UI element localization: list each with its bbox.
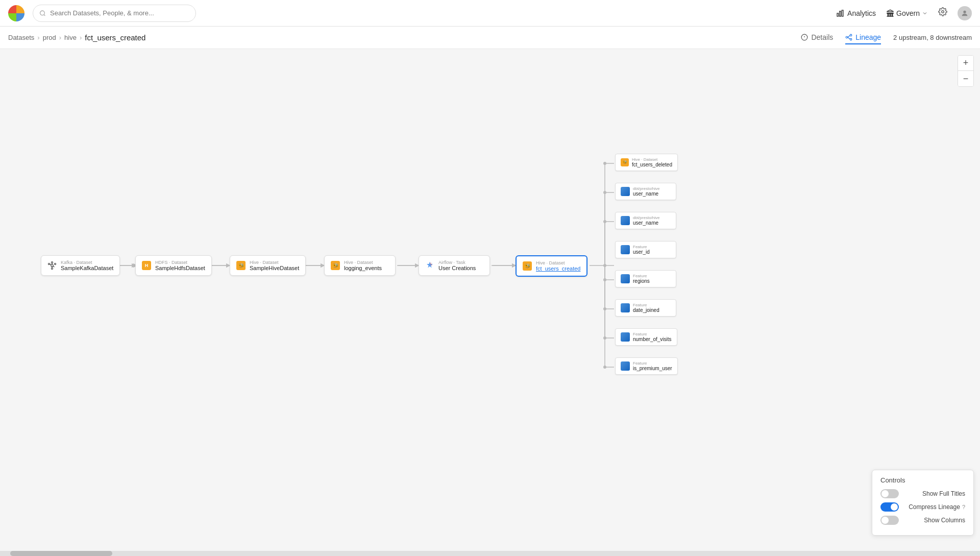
svg-rect-4 [842,10,843,16]
svg-point-38 [51,264,54,267]
svg-point-37 [603,366,606,369]
lineage-canvas: Kafka · Dataset SampleKafkaDataset H HDF… [0,49,980,546]
breadcrumb-hive[interactable]: hive [64,34,77,41]
sep2: › [59,34,61,41]
sep3: › [80,34,82,41]
analytics-link[interactable]: Analytics [836,9,876,17]
svg-point-30 [603,162,606,165]
controls-panel: Controls Show Full Titles Compress Linea… [872,470,974,536]
breadcrumb-current: fct_users_created [85,33,145,42]
svg-point-34 [603,278,606,281]
node-hive1[interactable]: 🐝 Hive · Dataset SampleHiveDataset [230,255,306,276]
svg-point-36 [603,336,606,340]
show-full-titles-toggle[interactable] [880,489,899,498]
airflow-icon [425,261,434,270]
svg-rect-2 [837,13,839,16]
hive2-icon: 🐝 [331,261,340,270]
breadcrumb-datasets[interactable]: Datasets [8,34,34,41]
compress-lineage-help-icon[interactable]: ? [962,504,965,510]
svg-point-40 [52,268,53,270]
header: Analytics Govern [0,0,980,27]
svg-line-19 [848,37,850,39]
compress-lineage-toggle[interactable] [880,502,899,512]
node-fct-users-created[interactable]: 🐝 Hive · Dataset fct_users_created [516,255,587,277]
breadcrumb: Datasets › prod › hive › fct_users_creat… [8,33,145,42]
svg-point-35 [603,307,606,310]
svg-point-17 [850,38,852,40]
ds2-icon [621,187,630,196]
settings-icon[interactable] [938,7,947,19]
chevron-down-icon [922,10,928,16]
svg-point-39 [52,262,53,263]
node-kafka[interactable]: Kafka · Dataset SampleKafkaDataset [41,255,120,276]
svg-point-33 [603,264,606,267]
svg-rect-8 [892,13,892,16]
show-columns-row: Show Columns [880,516,965,525]
govern-link[interactable]: Govern [886,9,928,17]
analytics-icon [836,9,844,17]
sep1: › [37,34,39,41]
upstream-info: 2 upstream, 8 downstream [893,34,972,41]
user-avatar[interactable] [958,6,972,20]
svg-line-18 [848,35,850,37]
ds7-icon [621,332,630,342]
downstream-node-fct-users-deleted[interactable]: 🐝 Hive · Dataset fct_users_deleted [615,154,678,171]
node-hdfs[interactable]: H HDFS · Dataset SampleHdfsDataset [135,255,212,276]
downstream-node-username2[interactable]: dbt/presto/hive user_name [615,212,676,229]
ds3-icon [621,216,630,225]
ds8-icon [621,361,630,371]
ds5-icon [621,274,630,283]
node-hive2[interactable]: 🐝 Hive · Dataset logging_events [324,255,396,276]
svg-line-46 [53,267,54,268]
svg-point-11 [963,10,966,13]
svg-line-1 [44,14,45,15]
svg-point-41 [48,263,50,265]
govern-icon [886,9,894,17]
svg-line-45 [50,264,51,265]
downstream-node-username1[interactable]: dbt/presto/hive user_name [615,183,676,200]
fct-icon: 🐝 [523,261,532,271]
logo [8,5,24,21]
downstream-node-ispremium[interactable]: Feature is_premium_user [615,357,678,375]
svg-point-10 [942,11,944,13]
ds6-icon [621,303,630,312]
show-full-titles-row: Show Full Titles [880,489,965,498]
hdfs-icon: H [142,261,151,270]
svg-point-16 [850,34,852,36]
show-columns-label: Show Columns [924,517,965,524]
search-input[interactable] [50,9,189,17]
breadcrumb-actions: Details Lineage 2 upstream, 8 downstream [801,31,972,44]
zoom-in-button[interactable]: + [958,56,973,71]
kafka-icon [47,261,57,270]
tab-details[interactable]: Details [801,31,833,44]
breadcrumb-prod[interactable]: prod [43,34,56,41]
zoom-out-button[interactable]: − [958,71,973,86]
ds1-icon: 🐝 [621,158,629,166]
tab-lineage[interactable]: Lineage [845,31,881,44]
lineage-icon [845,34,852,41]
downstream-node-datejoined[interactable]: Feature date_joined [615,299,676,317]
svg-rect-6 [888,13,888,16]
controls-title: Controls [880,476,965,484]
hive1-icon: 🐝 [236,261,246,270]
breadcrumb-bar: Datasets › prod › hive › fct_users_creat… [0,27,980,49]
ds4-icon [621,245,630,254]
compress-lineage-label: Compress Lineage ? [909,503,965,511]
svg-point-42 [55,263,56,265]
downstream-node-userid[interactable]: Feature user_id [615,241,676,258]
node-airflow[interactable]: Airflow · Task User Creations [419,255,490,276]
search-bar[interactable] [33,5,196,22]
show-columns-toggle[interactable] [880,516,899,525]
show-full-titles-label: Show Full Titles [922,490,965,497]
svg-point-32 [603,220,606,223]
downstream-node-regions[interactable]: Feature regions [615,270,676,287]
compress-lineage-row: Compress Lineage ? [880,502,965,512]
downstream-node-numvisits[interactable]: Feature number_of_visits [615,328,677,346]
svg-point-31 [603,191,606,194]
search-icon [39,10,46,17]
svg-rect-3 [840,11,841,16]
zoom-controls: + − [958,55,974,87]
info-icon [801,34,808,41]
svg-point-15 [846,36,848,38]
header-actions: Analytics Govern [836,6,972,20]
